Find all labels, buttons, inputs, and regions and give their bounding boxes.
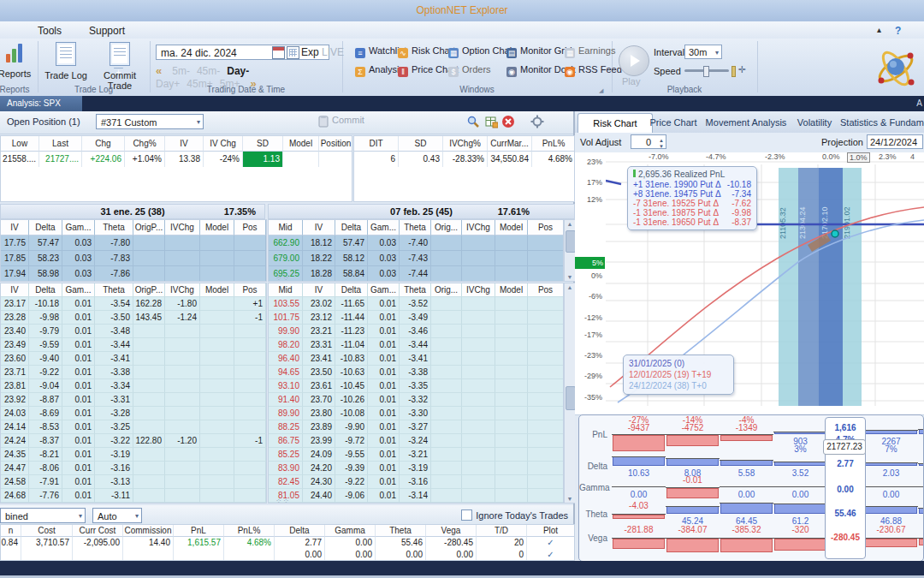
column-header[interactable]: Orig... [431, 220, 462, 235]
column-header[interactable]: Low [1, 136, 39, 152]
column-header[interactable]: Chg% [125, 136, 165, 152]
help-icon[interactable]: ? [895, 25, 901, 37]
risk-chart[interactable]: 21105.32 21304.24 21702.10 21901.02 23%1… [575, 152, 924, 415]
column-header[interactable]: Pos [528, 283, 564, 297]
table-row[interactable]: 82.4524.30-9.220.01-3.16 [269, 475, 563, 489]
tab-movement-analysis[interactable]: Movement Analysis [695, 113, 797, 132]
table-row[interactable]: 24.47-8.060.01-3.16 [1, 462, 266, 475]
column-header[interactable]: PnL [174, 525, 224, 537]
table-row[interactable]: 0.000.000.000.000✓ [1, 549, 574, 561]
menu-support[interactable]: Support [84, 24, 130, 38]
play-button[interactable] [619, 45, 649, 76]
table-row[interactable]: 23.49-9.590.01-3.44 [1, 338, 266, 352]
table-row[interactable]: 17.9458.980.03-7.86 [1, 266, 266, 282]
table-row[interactable]: 24.03-8.690.01-3.28 [1, 407, 266, 420]
column-header[interactable]: OrigP... [133, 220, 165, 235]
column-header[interactable]: Gam... [62, 220, 95, 235]
gear-icon[interactable] [530, 115, 544, 128]
time-grid-icon[interactable] [287, 46, 299, 59]
column-header[interactable]: Model [495, 220, 528, 235]
column-header[interactable]: T/D [477, 525, 527, 537]
column-header[interactable]: Theta [376, 525, 426, 537]
scrollbar[interactable]: ▲▼ [564, 219, 576, 282]
column-header[interactable]: Theta [400, 220, 431, 235]
calendar-icon[interactable] [272, 46, 285, 59]
risk-chart-button[interactable]: ∿Risk Chart [398, 45, 455, 61]
column-header[interactable]: IV [1, 220, 29, 235]
table-row[interactable]: 23.60-9.400.01-3.41 [1, 352, 266, 366]
column-header[interactable]: Delta [29, 283, 62, 297]
column-header[interactable]: Model [283, 136, 319, 152]
column-header[interactable]: Delta [335, 220, 368, 235]
column-header[interactable]: Delta [275, 525, 325, 537]
column-header[interactable]: PnL% [532, 136, 575, 152]
column-header[interactable]: DIT [354, 136, 399, 152]
column-header[interactable]: Vega [426, 525, 477, 537]
table-row[interactable]: 103.5523.02-11.650.01-3.52 [269, 297, 563, 311]
column-header[interactable]: IV [303, 283, 335, 297]
splitter-handle[interactable]: ⁘⁘ [275, 497, 290, 505]
column-header[interactable]: Pos [234, 220, 266, 235]
monitor-grid-button[interactable]: ▤Monitor Grid [506, 45, 572, 61]
ribbon-collapse-icon[interactable]: ▴ [877, 25, 881, 34]
menu-tools[interactable]: Tools [33, 24, 67, 38]
column-header[interactable]: IVChg [165, 283, 200, 297]
table-row[interactable]: 23.81-9.040.01-3.34 [1, 379, 266, 393]
table-row[interactable]: 23.71-9.220.01-3.38 [1, 366, 266, 379]
table-row[interactable]: 21558....21727....+224.06+1.04%13.38-24%… [1, 152, 352, 167]
table-row[interactable]: 94.6523.50-10.630.01-3.38 [269, 366, 563, 379]
rss-feed-button[interactable]: ◉RSS Feed [565, 64, 622, 80]
tab-statistics[interactable]: Statistics & Fundament [832, 113, 924, 132]
table-row[interactable]: 0.843,710.57-2,095.0014.401,615.574.68%2… [1, 537, 574, 549]
table-row[interactable]: 89.9023.80-10.080.01-3.30 [269, 407, 563, 420]
column-header[interactable]: OrigP... [133, 283, 165, 297]
column-header[interactable]: Mid [269, 283, 303, 297]
column-header[interactable]: SD [399, 136, 443, 152]
table-row[interactable]: 93.1023.61-10.450.01-3.35 [269, 379, 563, 393]
table-row[interactable]: 85.2524.09-9.550.01-3.21 [269, 448, 563, 462]
column-header[interactable]: Delta [29, 220, 62, 235]
column-header[interactable]: Gam... [368, 220, 400, 235]
column-header[interactable]: Chg [82, 136, 125, 152]
analysis-button[interactable]: ΣAnalysis [355, 64, 404, 80]
column-header[interactable]: Theta [95, 283, 133, 297]
column-header[interactable]: Gam... [62, 283, 95, 297]
table-row[interactable]: 86.7523.99-9.720.01-3.24 [269, 434, 563, 448]
column-header[interactable]: SD [243, 136, 283, 152]
splitter-handle[interactable]: ⁘⁘ [275, 274, 290, 283]
commit-trade-button[interactable]: + Commit Trade [91, 42, 149, 91]
column-header[interactable]: Mid [269, 220, 303, 235]
column-header[interactable]: Curr Cost [73, 525, 123, 537]
table-row[interactable]: 695.2518.2858.840.03-7.44 [269, 266, 563, 282]
scrollbar[interactable]: ▲▼ [564, 283, 576, 504]
column-header[interactable]: Orig... [431, 283, 462, 297]
strategy-dropdown[interactable]: #371 Custom▾ [96, 114, 204, 129]
table-row[interactable]: 96.4023.41-10.830.01-3.41 [269, 352, 563, 366]
column-header[interactable]: IVChg [462, 283, 495, 297]
vol-adjust-spinner[interactable]: 0▲▼ [631, 134, 666, 149]
table-row[interactable]: 23.28-9.980.01-3.50143.45-1.24-1 [1, 311, 266, 325]
column-header[interactable]: Cost [21, 525, 73, 537]
column-header[interactable]: PnL% [224, 525, 275, 537]
interval-dropdown[interactable]: 30m▾ [684, 45, 722, 59]
table-row[interactable]: 23.40-9.790.01-3.48 [1, 325, 266, 338]
column-header[interactable]: IVChg% [443, 136, 488, 152]
column-header[interactable]: Pos [528, 220, 564, 235]
speed-slider[interactable]: ✛ [684, 69, 729, 72]
column-header[interactable]: IV [1, 283, 29, 297]
search-icon[interactable] [466, 115, 480, 128]
combined-dropdown[interactable]: bined▾ [0, 508, 86, 523]
column-header[interactable]: IVChg [462, 220, 495, 235]
column-header[interactable]: Pos [234, 283, 266, 297]
column-header[interactable]: IV [303, 220, 335, 235]
table-row[interactable]: 662.9018.1257.470.03-7.40 [269, 235, 563, 251]
column-header[interactable]: Last [39, 136, 82, 152]
step-back-icon[interactable]: « [156, 64, 162, 77]
column-header[interactable]: IV [165, 136, 204, 152]
export-grid-icon[interactable] [484, 115, 498, 128]
table-row[interactable]: 60.43-28.33%34,550.844.68% [354, 152, 574, 167]
table-row[interactable]: 81.0524.40-9.060.01-3.14 [269, 489, 563, 503]
column-header[interactable]: Model [200, 283, 234, 297]
table-row[interactable]: 24.14-8.530.01-3.25 [1, 420, 266, 434]
title-bar[interactable]: OptionNET Explorer [0, 0, 924, 22]
